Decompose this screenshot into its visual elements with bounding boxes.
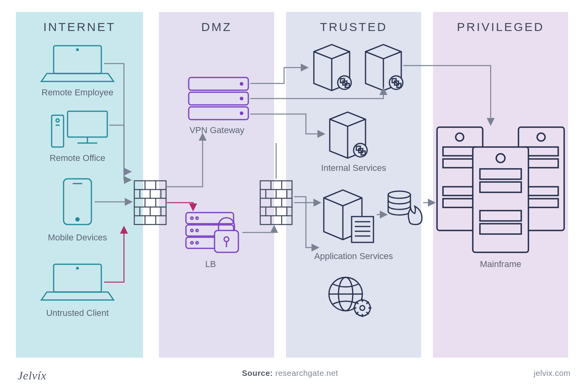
vpn-gateway-label: VPN Gateway bbox=[190, 125, 244, 135]
svg-point-33 bbox=[240, 97, 243, 100]
remote-employee-label: Remote Employee bbox=[42, 87, 114, 97]
zone-title-dmz: DMZ bbox=[201, 20, 232, 33]
internal-services-label: Internal Services bbox=[321, 163, 386, 173]
svg-point-12 bbox=[77, 267, 78, 269]
zone-title-internet: INTERNET bbox=[43, 20, 116, 33]
untrusted-client-label: Untrusted Client bbox=[46, 308, 109, 318]
svg-point-9 bbox=[76, 218, 79, 221]
application-services-label: Application Services bbox=[314, 251, 393, 261]
source-text: Source: researchgate.net bbox=[242, 369, 338, 382]
zone-title-trusted: TRUSTED bbox=[320, 20, 387, 33]
svg-rect-77 bbox=[352, 217, 373, 242]
diagram-page: INTERNET DMZ TRUSTED PRIVILEGED Remote E… bbox=[0, 0, 588, 391]
zone-dmz bbox=[159, 12, 274, 358]
footer: Jelvíx Source: researchgate.net jelvix.c… bbox=[0, 369, 588, 382]
lb-label: LB bbox=[205, 259, 216, 269]
zone-title-privileged: PRIVILEGED bbox=[457, 20, 544, 33]
mainframe-label: Mainframe bbox=[480, 259, 521, 269]
svg-point-35 bbox=[240, 112, 243, 114]
mobile-devices-label: Mobile Devices bbox=[48, 232, 107, 242]
diagram-canvas: INTERNET DMZ TRUSTED PRIVILEGED Remote E… bbox=[0, 0, 588, 391]
svg-point-31 bbox=[240, 83, 243, 85]
svg-point-1 bbox=[77, 49, 78, 50]
remote-office-label: Remote Office bbox=[50, 153, 105, 163]
site-url: jelvix.com bbox=[534, 369, 571, 382]
brand-logo: Jelvíx bbox=[17, 369, 46, 382]
